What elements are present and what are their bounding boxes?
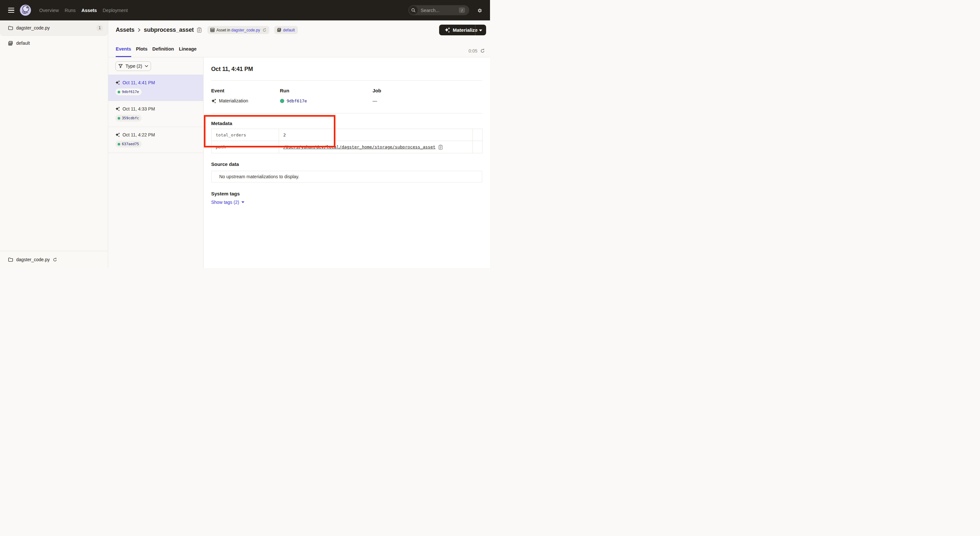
metadata-value: 2 <box>279 129 473 141</box>
top-navigation-bar: Overview Runs Assets Deployment Search..… <box>0 0 490 21</box>
event-info-grid: Event Materialization Run 9dbf617e Job — <box>211 87 482 105</box>
breadcrumb: Assets subprocess_asset Asset in dagster… <box>116 25 298 35</box>
type-filter-label: Type (2) <box>126 64 142 69</box>
metadata-action-cell <box>473 129 482 141</box>
event-list-item[interactable]: Oct 11, 4:33 PM 359cdbfc <box>108 101 203 127</box>
gear-icon[interactable] <box>477 8 482 13</box>
materialization-sparkle-icon <box>115 106 120 111</box>
event-list-panel: Type (2) Oct 11, 4:41 PM 9dbf617e Oct 11… <box>108 57 204 268</box>
chevron-down-icon <box>145 65 148 67</box>
caret-down-icon <box>242 201 244 203</box>
show-tags-label: Show tags (2) <box>211 200 239 205</box>
caret-down-icon[interactable] <box>479 30 482 32</box>
search-placeholder: Search... <box>421 8 439 13</box>
copy-path-icon[interactable] <box>439 145 443 150</box>
type-filter-button[interactable]: Type (2) <box>115 61 151 71</box>
table-row: total_orders 2 <box>211 129 482 141</box>
sidebar-footer-label: dagster_code.py <box>16 257 50 262</box>
metadata-key: total_orders <box>211 129 279 141</box>
chevron-right-icon <box>137 28 141 32</box>
sidebar-footer-code-location: dagster_code.py <box>0 251 108 268</box>
run-status-dot <box>118 143 120 145</box>
run-status-dot <box>280 99 284 103</box>
metadata-table: total_orders 2 path /Users/yuhan/dev/loc… <box>211 129 482 153</box>
event-column-label: Event <box>211 87 280 94</box>
event-date[interactable]: Oct 11, 4:41 PM <box>123 80 155 85</box>
search-input[interactable]: Search... / <box>408 5 469 15</box>
group-tag-default[interactable]: default <box>274 26 298 34</box>
source-data-empty-state: No upstream materializations to display. <box>211 171 482 183</box>
nav-item-assets[interactable]: Assets <box>81 8 97 13</box>
event-type-value: Materialization <box>219 98 248 103</box>
search-icon <box>409 6 418 14</box>
nav-item-runs[interactable]: Runs <box>65 8 75 13</box>
sidebar-group-label: default <box>16 40 30 46</box>
asset-group-icon <box>277 28 281 32</box>
sparkle-icon <box>445 27 450 33</box>
job-value: — <box>373 98 377 103</box>
source-data-heading: Source data <box>211 161 482 168</box>
metadata-path-link[interactable]: /Users/yuhan/dev/local/dagster_home/stor… <box>283 145 436 150</box>
run-id[interactable]: 637aed75 <box>122 142 139 146</box>
materialization-sparkle-icon <box>115 132 120 137</box>
tab-definition[interactable]: Definition <box>152 46 174 57</box>
run-column-label: Run <box>280 87 373 94</box>
nav-item-deployment[interactable]: Deployment <box>103 8 128 13</box>
filter-funnel-icon <box>118 64 123 68</box>
metadata-heading: Metadata <box>211 119 482 127</box>
copy-asset-name-icon[interactable] <box>197 27 202 33</box>
folder-icon <box>8 257 13 262</box>
button-divider <box>475 25 476 35</box>
filter-bar: Type (2) <box>108 57 203 75</box>
table-grid-icon <box>210 28 215 32</box>
system-tags-heading: System tags <box>211 190 482 198</box>
nav-menu: Overview Runs Assets Deployment <box>39 8 128 13</box>
sidebar-item-code-location[interactable]: dagster_code.py 1 <box>0 21 108 36</box>
refresh-countdown: 0:05 <box>469 48 477 54</box>
event-date[interactable]: Oct 11, 4:22 PM <box>123 132 155 137</box>
event-detail-title: Oct 11, 4:41 PM <box>211 65 482 73</box>
materialize-button[interactable]: Materialize <box>439 25 486 35</box>
breadcrumb-assets[interactable]: Assets <box>116 27 135 33</box>
show-tags-toggle[interactable]: Show tags (2) <box>211 198 482 206</box>
materialization-sparkle-icon <box>211 98 216 104</box>
run-id-pill[interactable]: 9dbf617e <box>115 89 142 95</box>
left-sidebar: dagster_code.py 1 default dagster_code.p… <box>0 21 108 268</box>
asset-in-tag-link[interactable]: dagster_code.py <box>231 28 260 32</box>
table-row: path /Users/yuhan/dev/local/dagster_home… <box>211 141 482 153</box>
dagster-logo[interactable] <box>19 4 32 16</box>
run-id-link[interactable]: 9dbf617e <box>287 99 307 103</box>
job-column-label: Job <box>373 87 382 94</box>
run-status-dot <box>118 91 120 93</box>
asset-header: Assets subprocess_asset Asset in dagster… <box>108 21 490 57</box>
event-date[interactable]: Oct 11, 4:33 PM <box>123 106 155 111</box>
metadata-action-cell <box>473 141 482 153</box>
materialization-sparkle-icon <box>115 80 120 85</box>
reload-icon[interactable] <box>53 258 57 262</box>
refresh-icon[interactable] <box>480 49 485 53</box>
materialize-label: Materialize <box>453 27 478 33</box>
sidebar-item-label: dagster_code.py <box>16 25 50 30</box>
run-id[interactable]: 9dbf617e <box>122 90 139 94</box>
asset-in-tag-prefix: Asset in <box>216 28 231 32</box>
asset-in-tag[interactable]: Asset in dagster_code.py <box>207 26 269 34</box>
run-id-pill[interactable]: 637aed75 <box>115 141 142 148</box>
tab-plots[interactable]: Plots <box>136 46 148 57</box>
metadata-key: path <box>211 141 279 153</box>
tab-lineage[interactable]: Lineage <box>179 46 197 57</box>
nav-item-overview[interactable]: Overview <box>39 8 59 13</box>
reload-icon[interactable] <box>262 28 266 32</box>
run-id-pill[interactable]: 359cdbfc <box>115 115 142 121</box>
asset-tabs: Events Plots Definition Lineage <box>116 46 197 57</box>
search-shortcut-key: / <box>459 8 465 13</box>
sidebar-item-default-group[interactable]: default <box>0 36 108 51</box>
run-id[interactable]: 359cdbfc <box>122 116 139 120</box>
tab-events[interactable]: Events <box>116 46 131 57</box>
event-list-item[interactable]: Oct 11, 4:41 PM 9dbf617e <box>108 75 203 101</box>
hamburger-menu-icon[interactable] <box>8 8 14 13</box>
breadcrumb-current: subprocess_asset <box>144 27 194 33</box>
event-list-item[interactable]: Oct 11, 4:22 PM 637aed75 <box>108 127 203 153</box>
group-tag-link[interactable]: default <box>283 28 295 32</box>
asset-group-icon <box>8 41 13 46</box>
sidebar-count-badge: 1 <box>97 25 103 31</box>
